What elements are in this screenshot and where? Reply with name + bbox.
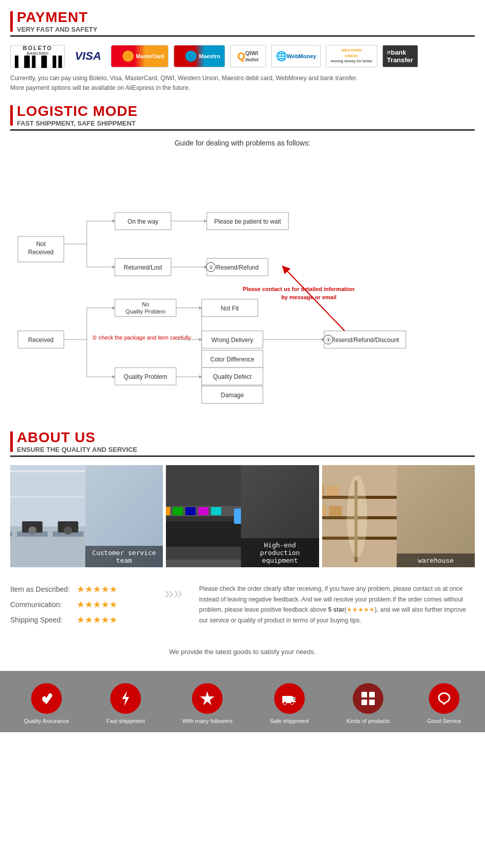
payment-note: Currently, you can pay using Boleto, Vis… [10, 74, 475, 93]
svg-rect-72 [173, 507, 183, 515]
icon-safe: Safe shippment [270, 683, 309, 724]
boleto-logo: BOLETO BANCÁRIO ▌▐▌▌▐▌▐▐ [10, 45, 65, 67]
svg-text:Wrong Delivery: Wrong Delivery [211, 336, 253, 344]
service-circle [429, 683, 459, 714]
ratings-left: Item as Described: ★★★★★ Communication: … [10, 584, 148, 630]
logistic-subtitle: FAST SHIPPMENT, SAFE SHIPPMENT [17, 119, 138, 127]
svg-rect-106 [361, 692, 367, 697]
forward-arrows: »» [158, 584, 189, 602]
products-circle [353, 683, 383, 714]
payment-title: PAYMENT [17, 9, 98, 26]
flowchart-svg: Not Received On the way Please be patien… [13, 157, 472, 413]
stars-shipping: ★★★★★ [77, 614, 117, 625]
svg-text:Not Fit: Not Fit [221, 305, 239, 312]
mastercard-logo: MasterCard [111, 45, 168, 67]
visa-logo: VISA [70, 45, 106, 67]
warehouse-label: warehouse [397, 553, 475, 567]
payment-divider [10, 35, 475, 37]
products-label: Kinds of products [346, 718, 390, 724]
stars-described: ★★★★★ [77, 584, 117, 595]
payment-header: PAYMENT VERY FAST AND SAFETY [10, 9, 475, 33]
svg-text:Quality Problem: Quality Problem [126, 308, 165, 315]
bottom-icons: Quality Assurance Fast shippment With ma… [5, 683, 480, 724]
followers-circle [192, 683, 223, 714]
svg-text:Damage: Damage [221, 392, 244, 399]
svg-rect-91 [322, 485, 324, 496]
svg-text:Returned/Lost: Returned/Lost [124, 264, 162, 271]
satisfaction-text: We provide the latest goods to satisfy y… [10, 638, 475, 666]
logistic-divider [10, 129, 475, 131]
qiwi-logo: Q QIWIWallet [230, 45, 266, 67]
machine-label: High-end production equipment [241, 538, 319, 567]
bottom-bar: Quality Assurance Fast shippment With ma… [0, 671, 485, 732]
flowchart: Not Received On the way Please be patien… [13, 157, 472, 414]
svg-point-96 [347, 475, 367, 557]
svg-text:On the way: On the way [128, 218, 159, 225]
payment-logos: BOLETO BANCÁRIO ▌▐▌▌▐▌▐▐ VISA MasterCard… [10, 45, 475, 67]
maestro-logo: Maestro [174, 45, 225, 67]
safe-label: Safe shippment [270, 718, 309, 724]
logistic-title: LOGISTIC MODE [17, 103, 138, 119]
about-subtitle: ENSURE THE QUALITY AND SERVICE [17, 446, 137, 453]
logistic-section: LOGISTIC MODE FAST SHIPPMENT, SAFE SHIPP… [0, 98, 485, 424]
ratings-row: Item as Described: ★★★★★ Communication: … [10, 575, 475, 638]
svg-rect-107 [369, 692, 375, 697]
svg-text:Not: Not [36, 240, 46, 248]
rating-item-communication: Communication: ★★★★★ [10, 599, 148, 610]
svg-text:Please be patient to wait: Please be patient to wait [214, 218, 281, 225]
ratings-right: Please check the order clearly after rec… [199, 584, 475, 625]
svg-marker-98 [200, 691, 214, 705]
icon-quality: Quality Assurance [24, 683, 69, 724]
office-photo: Customer service team [10, 465, 163, 567]
about-header: ABOUT US ENSURE THE QUALITY AND SERVICE [10, 429, 475, 453]
svg-point-65 [64, 526, 72, 535]
quality-label: Quality Assurance [24, 718, 69, 724]
bank-transfer-logo: ≡bankTransfer [382, 45, 418, 67]
payment-section: PAYMENT VERY FAST AND SAFETY BOLETO BANC… [0, 0, 485, 98]
warehouse-photo: warehouse [322, 465, 475, 567]
about-divider [10, 455, 475, 457]
svg-text:①: ① [209, 264, 213, 270]
svg-marker-97 [122, 691, 129, 706]
stars-communication: ★★★★★ [77, 599, 117, 610]
icon-fast: Fast shippment [107, 683, 145, 724]
machine-photo: High-end production equipment [166, 465, 319, 567]
svg-rect-108 [361, 700, 367, 705]
rating-item-described: Item as Described: ★★★★★ [10, 584, 148, 595]
about-section: ABOUT US ENSURE THE QUALITY AND SERVICE [0, 424, 485, 671]
office-label: Customer service team [85, 546, 163, 567]
svg-text:Resend/Refund: Resend/Refund [216, 264, 258, 271]
icon-service: Good Service [427, 683, 462, 724]
svg-rect-95 [329, 506, 342, 516]
svg-text:Resend/Refund/Discount: Resend/Refund/Discount [331, 336, 399, 344]
followers-label: With many followers [182, 718, 232, 724]
svg-rect-55 [10, 532, 12, 537]
svg-text:Received: Received [28, 249, 54, 256]
svg-text:Quality Problem: Quality Problem [124, 373, 167, 380]
svg-rect-109 [369, 700, 375, 705]
svg-rect-61 [10, 470, 85, 472]
svg-rect-71 [166, 507, 170, 515]
fast-label: Fast shippment [107, 718, 145, 724]
safe-circle [274, 683, 305, 714]
svg-text:Quality Defect: Quality Defect [213, 373, 252, 380]
rating-label-communication: Communication: [10, 600, 77, 609]
svg-text:Please contact us for detailed: Please contact us for detailed informati… [243, 286, 355, 292]
webmoney-logo: 🌐 WebMoney [271, 45, 321, 67]
about-photos: Customer service team [10, 465, 475, 567]
rating-label-shipping: Shipping Speed: [10, 616, 77, 624]
svg-text:No: No [142, 301, 149, 307]
western-union-logo: WESTERNUNIONmoving money for better [326, 45, 377, 67]
svg-rect-74 [199, 507, 209, 515]
payment-bar [10, 11, 13, 32]
logistic-bar [10, 105, 13, 126]
svg-rect-79 [166, 560, 241, 567]
svg-text:①: ① [326, 337, 331, 343]
svg-rect-76 [234, 509, 241, 524]
about-bar [10, 431, 13, 452]
rating-label-described: Item as Described: [10, 585, 77, 593]
icon-products: Kinds of products [346, 683, 390, 724]
svg-text:by message or email: by message or email [281, 294, 336, 300]
svg-rect-62 [10, 496, 85, 498]
svg-text:Color Difference: Color Difference [210, 356, 255, 363]
